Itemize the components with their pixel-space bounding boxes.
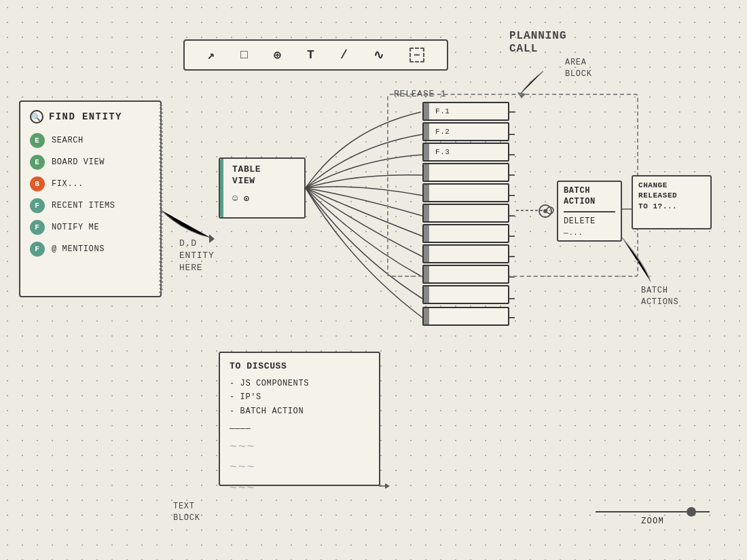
table-view-icons: ☺ ⊙	[232, 193, 297, 204]
entity-item-search[interactable]: E SEARCH	[30, 133, 151, 148]
entity-item-recent[interactable]: F RECENT ITEMS	[30, 198, 151, 213]
note-squiggle-2: ~~~	[230, 457, 369, 478]
note-squiggle-3: ~~~	[230, 478, 369, 499]
feature-row-accent-2	[424, 124, 429, 140]
arrow-icon[interactable]: ↗	[207, 48, 215, 62]
change-release-title: CHANGERELEASEDTO 1?...	[638, 181, 705, 212]
circle-icon: ⊙	[243, 193, 249, 204]
table-view-title: TABLEVIEW	[232, 164, 297, 187]
line-icon[interactable]: /	[340, 48, 348, 62]
find-entity-header: 🔍 FIND ENTITY	[30, 110, 151, 124]
search-icon: 🔍	[30, 110, 43, 124]
note-items: - JS COMPONENTS - IP'S - BATCH ACTION ——…	[230, 377, 369, 498]
change-release-box[interactable]: CHANGERELEASEDTO 1?...	[632, 175, 712, 229]
release-label: RELEASE 1	[394, 88, 446, 100]
area-block-label: AREA BLOCK	[565, 57, 592, 80]
feature-row-accent-9	[424, 266, 429, 282]
feature-row-10[interactable]	[422, 285, 509, 304]
text-icon[interactable]: T	[307, 48, 314, 62]
batch-divider	[564, 211, 615, 212]
wave-icon[interactable]: ∿	[374, 48, 384, 62]
feature-row-accent-7	[424, 225, 429, 242]
feature-row-accent-4	[424, 164, 429, 181]
entity-label-recent: RECENT ITEMS	[52, 201, 115, 210]
feature-row-accent-3	[424, 144, 429, 160]
text-block-annotation: TEXT BLOCK	[173, 501, 200, 524]
entity-badge-e2: E	[30, 155, 45, 170]
feature-row-accent-10	[424, 286, 429, 303]
entity-badge-b: B	[30, 176, 45, 191]
feature-row-accent	[424, 103, 429, 119]
entity-label-mentions: @ MENTIONS	[52, 244, 105, 254]
entity-badge-f2: F	[30, 220, 45, 235]
note-item-2: - IP'S	[230, 390, 369, 404]
entity-item-fix[interactable]: B FIX...	[30, 176, 151, 191]
note-divider: ————	[230, 422, 369, 436]
zoom-bar[interactable]: ZOOM	[596, 511, 710, 526]
entity-item-mentions[interactable]: F @ MENTIONS	[30, 242, 151, 257]
feature-row-accent-6	[424, 205, 429, 221]
feature-row-f3[interactable]: F.3	[422, 143, 509, 162]
entity-badge-f3: F	[30, 242, 45, 257]
entity-label-search: SEARCH	[52, 136, 84, 145]
feature-row-f2[interactable]: F.2	[422, 122, 509, 141]
feature-row-5[interactable]	[422, 183, 509, 202]
toolbar: ↗ □ ⊕ T / ∿ ⋯	[183, 39, 448, 71]
entity-badge-e1: E	[30, 133, 45, 148]
entity-item-notify[interactable]: F NOTIFY ME	[30, 220, 151, 235]
table-view-accent	[220, 159, 223, 217]
note-item-1: - JS COMPONENTS	[230, 377, 369, 390]
hatch-decoration	[159, 105, 163, 293]
planning-call-label: PLANNING CALL	[509, 30, 567, 56]
batch-circle-icon	[539, 204, 552, 218]
feature-row-accent-5	[424, 185, 429, 201]
feature-row-9[interactable]	[422, 265, 509, 284]
svg-marker-17	[385, 483, 390, 489]
note-title: TO DISCUSS	[230, 361, 369, 371]
feature-row-7[interactable]	[422, 224, 509, 243]
connector-icon[interactable]: ⊕	[274, 48, 281, 62]
zoom-handle[interactable]	[687, 507, 696, 517]
batch-action-title: BATCHACTION	[564, 186, 615, 207]
entity-label-fix: FIX...	[52, 179, 84, 189]
find-entity-panel: 🔍 FIND ENTITY E SEARCH E BOARD VIEW B FI…	[19, 100, 162, 297]
face-icon: ☺	[232, 193, 238, 204]
feature-row-accent-8	[424, 246, 429, 262]
feature-row-f1[interactable]: F.1	[422, 102, 509, 121]
entity-badge-f1: F	[30, 198, 45, 213]
feature-row-6[interactable]	[422, 204, 509, 223]
entity-label-board: BOARD VIEW	[52, 157, 105, 167]
table-view-box[interactable]: TABLEVIEW ☺ ⊙	[219, 157, 306, 219]
batch-circle-dot	[543, 209, 547, 213]
zoom-track	[596, 511, 710, 512]
entity-label-notify: NOTIFY ME	[52, 223, 99, 232]
rect-icon[interactable]: □	[240, 48, 248, 62]
note-item-3: - BATCH ACTION	[230, 405, 369, 418]
batch-delete-label: DELETE	[564, 217, 615, 226]
note-block: TO DISCUSS - JS COMPONENTS - IP'S - BATC…	[219, 352, 380, 486]
dd-entity-annotation: D.D ENTITY HERE	[179, 238, 215, 275]
note-squiggle-1: ~~~	[230, 436, 369, 458]
batch-actions-annotation: BATCH ACTIONS	[641, 285, 678, 308]
entity-item-board[interactable]: E BOARD VIEW	[30, 155, 151, 170]
batch-extra: —...	[564, 229, 615, 237]
dashed-rect-icon[interactable]: ⋯	[409, 48, 424, 62]
feature-row-8[interactable]	[422, 244, 509, 263]
feature-row-4[interactable]	[422, 163, 509, 182]
batch-action-box[interactable]: BATCHACTION DELETE —...	[557, 181, 622, 242]
zoom-label: ZOOM	[596, 517, 710, 526]
feature-row-accent-11	[424, 308, 429, 324]
feature-row-11[interactable]	[422, 307, 509, 326]
